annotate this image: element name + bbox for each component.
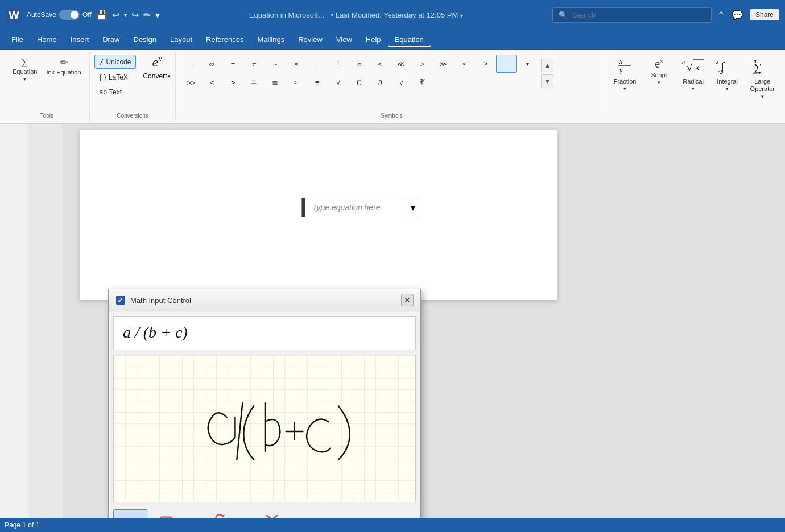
menu-bar: File Home Insert Draw Design Layout Refe… <box>0 30 785 50</box>
script-dropdown[interactable]: ▾ <box>658 80 660 85</box>
sym-equiv[interactable]: ≡ <box>307 73 327 92</box>
math-input-dialog: ✓ Math Input Control ✕ a / (b + c) <box>108 289 421 532</box>
sym-pm2[interactable]: ∓ <box>243 73 264 92</box>
svg-text:x: x <box>716 59 719 65</box>
sym-sqrt2[interactable]: √ <box>391 73 411 92</box>
ribbon-hide-icon[interactable]: ⌃ <box>717 10 725 20</box>
sym-gg2[interactable]: >> <box>180 73 201 92</box>
search-box[interactable]: 🔍 <box>552 7 712 23</box>
fraction-btn[interactable]: xy Fraction ▾ <box>608 55 642 94</box>
tools-group-label: Tools <box>40 110 53 119</box>
sym-exclaim[interactable]: ! <box>328 55 348 73</box>
convert-btn[interactable]: Convert ▾ <box>143 72 171 80</box>
sym-lte[interactable]: ≤ <box>454 55 474 73</box>
menu-view[interactable]: View <box>329 32 359 47</box>
radical-dropdown[interactable]: ▾ <box>692 86 695 92</box>
menu-equation[interactable]: Equation <box>388 32 431 47</box>
sym-gt[interactable]: > <box>412 55 432 73</box>
sym-tilde[interactable]: ~ <box>265 55 285 73</box>
fraction-label: Fraction <box>614 78 637 85</box>
sym-empty1 <box>433 73 453 92</box>
word-icon: W <box>6 7 22 23</box>
menu-file[interactable]: File <box>5 32 30 47</box>
autosave-state: Off <box>82 11 92 19</box>
modified-dropdown[interactable]: ▾ <box>460 13 463 19</box>
text-btn[interactable]: ab Text <box>94 85 137 99</box>
sym-ll[interactable]: ≪ <box>391 55 411 73</box>
scroll-down[interactable]: ▾ <box>517 55 538 73</box>
unicode-btn[interactable]: / Unicode <box>94 55 137 69</box>
convert-dropdown-icon[interactable]: ▾ <box>168 73 171 79</box>
sym-gte[interactable]: ≥ <box>475 55 495 73</box>
integral-btn[interactable]: x∫−x Integral ▾ <box>710 55 745 94</box>
sym-infinity[interactable]: ∞ <box>201 55 222 73</box>
menu-insert[interactable]: Insert <box>64 32 96 47</box>
autosave-toggle[interactable] <box>59 10 80 20</box>
sym-proportional[interactable]: ∝ <box>349 55 369 73</box>
script-btn[interactable]: ex Script ▾ <box>642 55 676 88</box>
radical-label: Radical <box>683 78 704 85</box>
ribbon: ∑ Equation ▾ ✏ Ink Equation Tools / Unic… <box>0 50 785 124</box>
sym-complement[interactable]: ∁ <box>349 73 369 92</box>
menu-draw[interactable]: Draw <box>96 32 126 47</box>
sym-cbrt[interactable]: ∛ <box>412 73 432 92</box>
tools-group: ∑ Equation ▾ ✏ Ink Equation Tools <box>5 52 90 121</box>
sym-lt[interactable]: < <box>370 55 390 73</box>
scroll-down-arrow[interactable]: ▼ <box>541 74 553 88</box>
scroll-arrow-area: ▲ ▼ <box>538 55 556 92</box>
doc-area: Type equation here. ▾ ✓ Math <box>28 124 785 518</box>
undo-dropdown-icon[interactable]: ▾ <box>124 12 127 18</box>
equation-btn[interactable]: ∑ Equation ▾ <box>9 55 40 84</box>
sym-divide[interactable]: ÷ <box>307 55 327 73</box>
comments-icon[interactable]: 💬 <box>732 10 743 20</box>
drawing-canvas[interactable] <box>113 355 416 502</box>
fraction-dropdown[interactable]: ▾ <box>623 86 626 92</box>
script-icon: ex <box>655 57 663 70</box>
sym-sqrt[interactable]: √ <box>328 73 348 92</box>
sym-empty2 <box>454 73 474 92</box>
undo-icon[interactable]: ↩ <box>112 10 119 20</box>
unicode-label: Unicode <box>106 58 131 66</box>
redo-icon[interactable]: ↪ <box>131 10 139 20</box>
sym-plus-minus[interactable]: ± <box>180 55 201 73</box>
menu-mailings[interactable]: Mailings <box>251 32 292 47</box>
menu-help[interactable]: Help <box>359 32 388 47</box>
svg-text:−x: −x <box>717 68 723 74</box>
sym-times[interactable]: × <box>286 55 306 73</box>
sym-approx2[interactable]: ≈ <box>286 73 306 92</box>
menu-layout[interactable]: Layout <box>163 32 199 47</box>
sym-partial[interactable]: ∂ <box>370 73 390 92</box>
large-operator-dropdown[interactable]: ▾ <box>761 94 764 99</box>
sym-not-equals[interactable]: ≠ <box>243 55 264 73</box>
latex-btn[interactable]: { } LaTeX <box>94 70 137 84</box>
menu-design[interactable]: Design <box>127 32 163 47</box>
scroll-up-arrow[interactable]: ▲ <box>541 59 553 72</box>
sym-plus-minus2[interactable] <box>496 55 517 73</box>
dialog-close-btn[interactable]: ✕ <box>401 294 414 306</box>
sym-approx[interactable]: ≅ <box>265 73 285 92</box>
symbols-grid: ± ∞ = ≠ ~ × ÷ ! ∝ < ≪ > ≫ ≤ ≥ ▾ <box>180 55 538 92</box>
sym-lte2[interactable]: ≤ <box>201 73 222 92</box>
integral-dropdown[interactable]: ▾ <box>726 86 729 92</box>
dialog-title-text: Math Input Control <box>130 296 396 305</box>
menu-references[interactable]: References <box>199 32 250 47</box>
title-bar: W AutoSave Off 💾 ↩ ▾ ↪ ✏ ▾ Equation in M… <box>0 0 785 30</box>
sym-gg[interactable]: ≫ <box>433 55 453 73</box>
more-icon[interactable]: ▾ <box>155 10 160 20</box>
menu-home[interactable]: Home <box>30 32 64 47</box>
title-bar-right: 🔍 <box>552 7 712 23</box>
search-input[interactable] <box>572 11 705 19</box>
radical-btn[interactable]: n√x Radical ▾ <box>676 55 710 94</box>
menu-review[interactable]: Review <box>291 32 329 47</box>
share-btn[interactable]: Share <box>750 9 779 20</box>
save-icon[interactable]: 💾 <box>96 10 108 20</box>
customize-icon[interactable]: ✏ <box>143 10 151 20</box>
ink-equation-btn[interactable]: ✏ Ink Equation <box>43 55 84 78</box>
autosave-area: AutoSave Off <box>27 10 92 20</box>
sym-equals[interactable]: = <box>222 55 243 73</box>
left-panel <box>0 124 28 518</box>
equation-dropdown[interactable]: ▾ <box>23 76 26 82</box>
large-operator-btn[interactable]: n∑i=0 LargeOperator ▾ <box>745 55 780 102</box>
ink-label: Ink Equation <box>46 69 81 76</box>
sym-gte2[interactable]: ≥ <box>222 73 243 92</box>
